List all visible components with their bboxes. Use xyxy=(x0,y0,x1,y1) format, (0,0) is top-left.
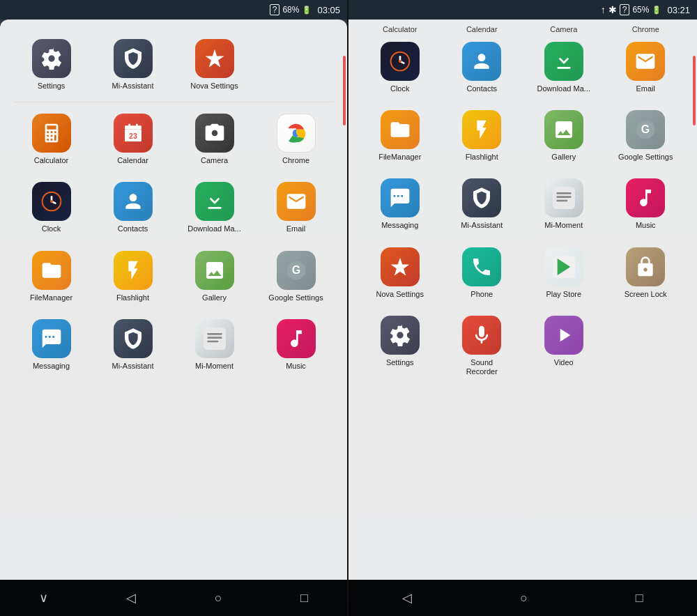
svg-text:23: 23 xyxy=(129,132,137,140)
app-item-clock2[interactable]: Clock xyxy=(359,36,441,99)
mi-assistant-icon xyxy=(114,39,153,78)
gallery-icon xyxy=(195,251,234,290)
app-item-settings2[interactable]: Settings xyxy=(359,310,441,382)
google-settings-icon: G xyxy=(277,251,316,290)
app-item-mi-moment[interactable]: Mi-Moment xyxy=(174,314,255,376)
phone-icon xyxy=(462,247,501,286)
app-item-mi-assistant[interactable]: Mi-Assistant xyxy=(92,33,174,96)
app-item-download-manager[interactable]: Download Ma... xyxy=(174,176,255,239)
contacts2-icon xyxy=(462,42,501,81)
google-settings-label: Google Settings xyxy=(268,293,323,302)
clock2-label: Clock xyxy=(390,84,410,93)
play-store-icon xyxy=(544,247,583,286)
app-item-google-settings2[interactable]: G Google Settings xyxy=(605,105,687,167)
mi-moment2-label: Mi-Moment xyxy=(544,221,583,230)
app-item-gallery[interactable]: Gallery xyxy=(174,245,255,308)
right-battery-text: 65% xyxy=(632,5,649,15)
app-item-music2[interactable]: Music xyxy=(605,173,687,236)
messaging2-icon xyxy=(381,178,420,217)
app-item-calculator[interactable]: Calculator xyxy=(10,108,92,171)
app-item-chrome[interactable]: Chrome xyxy=(255,108,337,171)
sound-recorder-icon xyxy=(462,316,501,355)
left-app-drawer: Settings Mi-Assistant Nova Settings xyxy=(0,20,347,580)
app-item-messaging2[interactable]: Messaging xyxy=(359,173,441,236)
app-item-email[interactable]: Email xyxy=(255,176,337,239)
nova-settings2-label: Nova Settings xyxy=(376,290,424,299)
mi-assistant3-icon xyxy=(462,178,501,217)
contacts-label: Contacts xyxy=(118,224,148,233)
svg-point-9 xyxy=(50,200,53,203)
app-item-google-settings[interactable]: G Google Settings xyxy=(255,245,337,308)
filemanager2-icon xyxy=(381,110,420,149)
svg-rect-15 xyxy=(207,340,218,342)
app-item-download-manager2[interactable]: Download Ma... xyxy=(523,36,605,99)
app-item-mi-assistant2[interactable]: Mi-Assistant xyxy=(92,314,174,376)
app-item-filemanager2[interactable]: FileManager xyxy=(359,105,441,167)
left-section2-grid: Calculator 23 Calendar Camera xyxy=(7,108,340,376)
app-item-camera[interactable]: Camera xyxy=(174,108,255,171)
app-item-screen-lock[interactable]: Screen Lock xyxy=(605,242,687,305)
app-item-phone[interactable]: Phone xyxy=(441,242,523,305)
right-app-grid: Clock Contacts Download Ma... xyxy=(355,36,690,382)
left-home-button[interactable]: ○ xyxy=(204,585,233,611)
left-back-button[interactable]: ◁ xyxy=(115,585,147,611)
nova-settings-label: Nova Settings xyxy=(190,82,238,91)
flashlight2-icon xyxy=(462,110,501,149)
battery-icon: 🔋 xyxy=(302,6,312,15)
music-icon xyxy=(277,319,316,358)
alpha-calculator: Calculator xyxy=(359,25,441,33)
messaging-icon xyxy=(32,319,71,358)
left-time: 03:05 xyxy=(317,5,340,15)
settings2-label: Settings xyxy=(386,358,414,367)
messaging2-label: Messaging xyxy=(381,221,418,230)
app-item-contacts[interactable]: Contacts xyxy=(92,176,174,239)
right-recent-button[interactable]: □ xyxy=(625,585,654,611)
right-home-button[interactable]: ○ xyxy=(509,585,539,611)
email2-icon xyxy=(626,42,665,81)
left-status-bar: ? 68% 🔋 03:05 xyxy=(0,0,347,20)
calculator-label: Calculator xyxy=(34,156,69,165)
gallery2-label: Gallery xyxy=(551,153,576,162)
app-item-video[interactable]: Video xyxy=(523,310,605,382)
left-status-icons: ? 68% 🔋 03:05 xyxy=(270,4,340,15)
app-item-contacts2[interactable]: Contacts xyxy=(441,36,523,99)
right-time: 03:21 xyxy=(667,5,690,15)
clock-icon xyxy=(32,182,71,221)
upload-icon: ↑ xyxy=(601,4,606,15)
app-item-flashlight[interactable]: Flashlight xyxy=(92,245,174,308)
app-item-email2[interactable]: Email xyxy=(605,36,687,99)
download-manager-label: Download Ma... xyxy=(187,224,240,233)
app-item-nova-settings2[interactable]: Nova Settings xyxy=(359,242,441,305)
app-item-sound-recorder[interactable]: Sound Recorder xyxy=(441,310,523,382)
app-item-music[interactable]: Music xyxy=(255,314,337,376)
section-divider xyxy=(14,102,333,102)
screen-lock-icon xyxy=(626,247,665,286)
gallery-label: Gallery xyxy=(202,293,227,302)
mi-moment-label: Mi-Moment xyxy=(195,362,233,371)
app-item-clock[interactable]: Clock xyxy=(10,176,92,239)
left-section1-grid: Settings Mi-Assistant Nova Settings xyxy=(7,33,340,96)
app-item-filemanager[interactable]: FileManager xyxy=(10,245,92,308)
left-recent-button[interactable]: □ xyxy=(289,585,319,611)
nova-settings-icon xyxy=(195,39,234,78)
camera-icon xyxy=(195,114,234,153)
app-item-settings[interactable]: Settings xyxy=(10,33,92,96)
mi-assistant2-icon xyxy=(114,319,153,358)
app-item-nova-settings[interactable]: Nova Settings xyxy=(174,33,255,96)
right-question-icon: ? xyxy=(620,4,630,15)
app-item-flashlight2[interactable]: Flashlight xyxy=(441,105,523,167)
app-item-mi-assistant3[interactable]: Mi-Assistant xyxy=(441,173,523,236)
filemanager-label: FileManager xyxy=(30,293,72,302)
app-item-messaging[interactable]: Messaging xyxy=(10,314,92,376)
right-back-button[interactable]: ◁ xyxy=(391,585,423,611)
svg-text:G: G xyxy=(641,124,650,136)
app-item-gallery2[interactable]: Gallery xyxy=(523,105,605,167)
app-item-play-store[interactable]: Play Store xyxy=(523,242,605,305)
right-status-bar: ↑ ✱ ? 65% 🔋 03:21 xyxy=(348,0,697,20)
left-chevron-down-button[interactable]: ∨ xyxy=(28,585,59,611)
music2-icon xyxy=(626,178,665,217)
app-item-calendar[interactable]: 23 Calendar xyxy=(92,108,174,171)
video-icon xyxy=(544,316,583,355)
alpha-camera: Camera xyxy=(523,25,605,33)
app-item-mi-moment2[interactable]: Mi-Moment xyxy=(523,173,605,236)
